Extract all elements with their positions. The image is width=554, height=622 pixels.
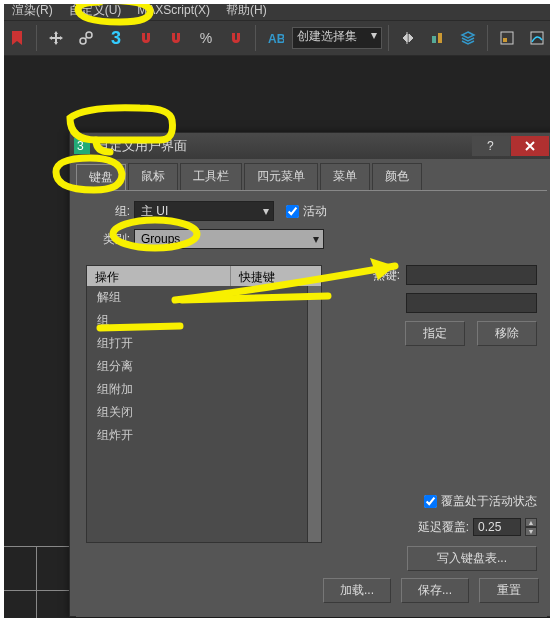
list-item[interactable]: 组附加 <box>87 378 321 401</box>
curve-editor-icon[interactable] <box>524 24 550 52</box>
override-checkbox[interactable]: 覆盖处于活动状态 <box>407 493 537 510</box>
load-button[interactable]: 加载... <box>323 578 391 603</box>
hotkey-label: 热键: <box>336 267 400 284</box>
list-item[interactable]: 组 <box>87 309 321 332</box>
menu-maxscript[interactable]: MAXScript(X) <box>129 1 218 19</box>
scene-explorer-icon[interactable] <box>494 24 520 52</box>
remove-button[interactable]: 移除 <box>477 321 537 346</box>
column-shortcut[interactable]: 快捷键 <box>231 266 321 286</box>
list-item[interactable]: 组关闭 <box>87 401 321 424</box>
tab-toolbar[interactable]: 工具栏 <box>180 163 242 190</box>
dialog-tabs: 键盘 鼠标 工具栏 四元菜单 菜单 颜色 <box>70 159 553 190</box>
list-item[interactable]: 组炸开 <box>87 424 321 447</box>
svg-line-2 <box>85 37 87 39</box>
layers-icon[interactable] <box>455 24 481 52</box>
align-icon[interactable] <box>425 24 451 52</box>
dialog-title: 自定义用户界面 <box>96 137 471 155</box>
menu-render[interactable]: 渲染(R) <box>4 0 61 21</box>
magnet3-icon[interactable] <box>223 24 249 52</box>
selection-set-dropdown[interactable]: 创建选择集 <box>292 27 382 49</box>
tab-mouse[interactable]: 鼠标 <box>128 163 178 190</box>
tab-menu[interactable]: 菜单 <box>320 163 370 190</box>
customize-ui-dialog: 3 自定义用户界面 ? 键盘 鼠标 工具栏 四元菜单 菜单 颜色 组: 主 UI… <box>69 132 554 617</box>
svg-rect-4 <box>432 36 436 43</box>
assigned-to-input[interactable] <box>406 293 537 313</box>
main-toolbar: 3 % ABC 创建选择集 <box>0 20 554 56</box>
group-dropdown[interactable]: 主 UI <box>134 201 274 221</box>
reset-button[interactable]: 重置 <box>479 578 539 603</box>
move-icon[interactable] <box>43 24 69 52</box>
active-checkbox[interactable]: 活动 <box>286 203 327 220</box>
svg-text:?: ? <box>487 139 494 153</box>
bookmark-icon[interactable] <box>4 24 30 52</box>
menu-help[interactable]: 帮助(H) <box>218 0 275 21</box>
list-item[interactable]: 组打开 <box>87 332 321 355</box>
delay-spinner[interactable]: ▲▼ <box>525 518 537 536</box>
link-icon[interactable] <box>73 24 99 52</box>
num3-icon[interactable]: 3 <box>103 24 129 52</box>
svg-rect-5 <box>438 33 442 43</box>
action-list: 操作 快捷键 解组 组 组打开 组分离 组附加 组关闭 组炸开 <box>86 265 322 543</box>
category-label: 类别: <box>86 231 130 248</box>
action-list-body[interactable]: 解组 组 组打开 组分离 组附加 组关闭 组炸开 <box>87 286 321 542</box>
list-scrollbar[interactable] <box>307 286 321 542</box>
app-icon: 3 <box>74 138 90 154</box>
delay-field[interactable] <box>473 518 521 536</box>
hotkey-input[interactable] <box>406 265 537 285</box>
close-button[interactable] <box>511 136 549 156</box>
assign-button[interactable]: 指定 <box>405 321 465 346</box>
magnet1-icon[interactable] <box>133 24 159 52</box>
text-icon[interactable]: ABC <box>262 24 288 52</box>
category-dropdown[interactable]: Groups <box>134 229 324 249</box>
column-action[interactable]: 操作 <box>87 266 231 286</box>
percent-icon[interactable]: % <box>193 24 219 52</box>
tab-keyboard[interactable]: 键盘 <box>76 164 126 191</box>
group-label: 组: <box>86 203 130 220</box>
write-keyboard-button[interactable]: 写入键盘表... <box>407 546 537 571</box>
list-item[interactable]: 解组 <box>87 286 321 309</box>
menu-customize[interactable]: 自定义(U) <box>61 0 130 21</box>
svg-text:ABC: ABC <box>268 32 284 46</box>
tab-color[interactable]: 颜色 <box>372 163 422 190</box>
mirror-icon[interactable] <box>395 24 421 52</box>
magnet2-icon[interactable] <box>163 24 189 52</box>
save-button[interactable]: 保存... <box>401 578 469 603</box>
tab-quad[interactable]: 四元菜单 <box>244 163 318 190</box>
list-item[interactable]: 组分离 <box>87 355 321 378</box>
delay-label: 延迟覆盖: <box>418 519 469 536</box>
svg-rect-7 <box>503 38 507 42</box>
svg-text:3: 3 <box>77 139 84 153</box>
help-button[interactable]: ? <box>472 136 510 156</box>
